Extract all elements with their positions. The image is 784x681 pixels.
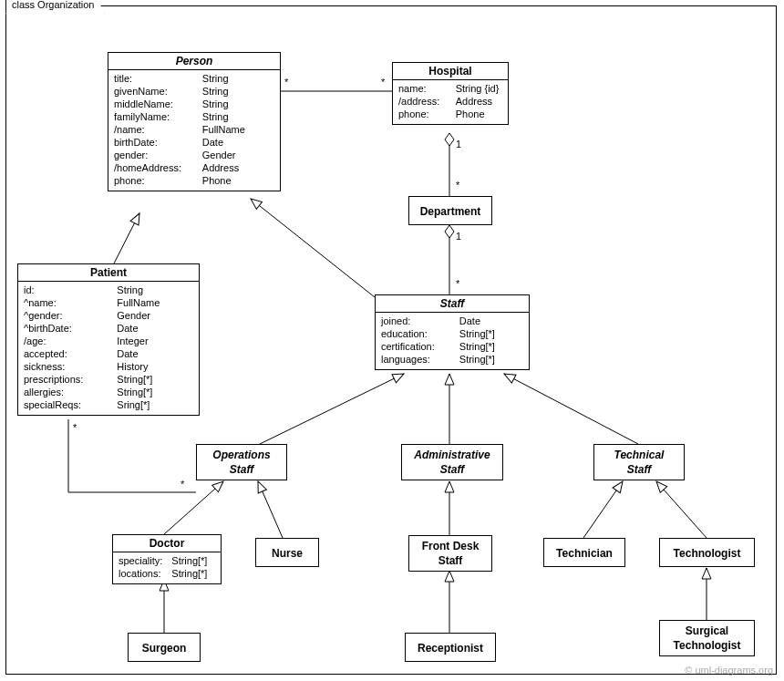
class-front-desk-staff: Front Desk Staff bbox=[408, 535, 492, 572]
class-surgeon: Surgeon bbox=[128, 633, 201, 662]
class-surgical-technologist: Surgical Technologist bbox=[659, 620, 755, 656]
class-title: Operations Staff bbox=[197, 445, 286, 479]
class-patient: Patient id:String ^name:FullName ^gender… bbox=[17, 263, 200, 416]
class-technologist: Technologist bbox=[659, 538, 755, 567]
class-title: Front Desk Staff bbox=[409, 536, 491, 570]
class-title: Receptionist bbox=[406, 634, 495, 663]
class-hospital: Hospital name:String {id} /address:Addre… bbox=[392, 62, 509, 125]
class-department: Department bbox=[408, 196, 492, 225]
class-title: Patient bbox=[18, 264, 199, 282]
class-title: Surgeon bbox=[129, 634, 200, 663]
class-title: Technician bbox=[544, 539, 624, 568]
class-nurse: Nurse bbox=[255, 538, 319, 567]
mult-person-hosp-r: * bbox=[381, 77, 385, 88]
mult-hosp-dept-1: 1 bbox=[456, 139, 461, 150]
class-attrs: speciality:String[*] locations:String[*] bbox=[113, 552, 221, 583]
class-attrs: title:String givenName:String middleName… bbox=[108, 70, 280, 191]
class-attrs: id:String ^name:FullName ^gender:Gender … bbox=[18, 282, 199, 415]
class-operations-staff: Operations Staff bbox=[196, 444, 287, 480]
class-title: Administrative Staff bbox=[402, 445, 502, 479]
class-title: Doctor bbox=[113, 535, 221, 552]
class-title: Hospital bbox=[393, 63, 508, 80]
class-staff: Staff joined:Date education:String[*] ce… bbox=[375, 294, 530, 370]
frame-label: class Organization bbox=[5, 0, 105, 14]
class-attrs: joined:Date education:String[*] certific… bbox=[376, 313, 529, 369]
watermark: © uml-diagrams.org bbox=[685, 665, 773, 676]
class-technical-staff: Technical Staff bbox=[593, 444, 685, 480]
mult-pat-ops-r: * bbox=[181, 479, 184, 490]
class-technician: Technician bbox=[543, 538, 625, 567]
class-title: Technical Staff bbox=[594, 445, 684, 479]
class-attrs: name:String {id} /address:Address phone:… bbox=[393, 80, 508, 124]
class-person: Person title:String givenName:String mid… bbox=[108, 52, 281, 191]
class-title: Technologist bbox=[660, 539, 754, 568]
class-doctor: Doctor speciality:String[*] locations:St… bbox=[112, 534, 222, 584]
class-title: Person bbox=[108, 53, 280, 70]
mult-person-hosp-l: * bbox=[284, 77, 288, 88]
class-title: Staff bbox=[376, 295, 529, 313]
mult-dept-staff-n: * bbox=[456, 278, 459, 289]
uml-canvas: class Organization bbox=[0, 0, 784, 681]
class-title: Surgical Technologist bbox=[660, 621, 754, 655]
class-title: Nurse bbox=[256, 539, 318, 568]
class-title: Department bbox=[409, 197, 491, 226]
mult-hosp-dept-n: * bbox=[456, 180, 459, 191]
class-receptionist: Receptionist bbox=[405, 633, 496, 662]
class-administrative-staff: Administrative Staff bbox=[401, 444, 503, 480]
mult-dept-staff-1: 1 bbox=[456, 231, 461, 242]
mult-pat-ops-l: * bbox=[73, 422, 77, 433]
